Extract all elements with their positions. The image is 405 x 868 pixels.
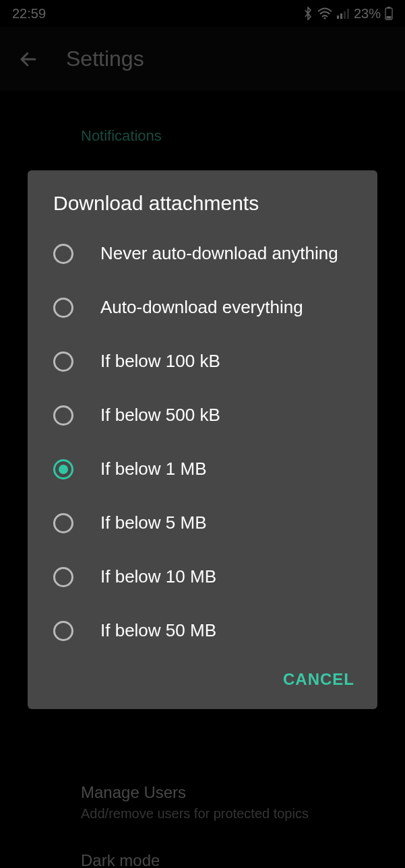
option-label: If below 500 kB bbox=[100, 404, 352, 427]
dialog-option[interactable]: If below 100 kB bbox=[30, 335, 375, 389]
dialog-option[interactable]: If below 5 MB bbox=[30, 496, 375, 550]
cancel-button[interactable]: CANCEL bbox=[283, 670, 354, 689]
option-label: If below 5 MB bbox=[100, 512, 352, 535]
dialog-actions: CANCEL bbox=[28, 658, 377, 709]
option-label: Never auto-download anything bbox=[100, 242, 352, 265]
radio-icon[interactable] bbox=[53, 459, 73, 479]
option-label: If below 50 MB bbox=[100, 620, 352, 642]
option-label: If below 100 kB bbox=[100, 350, 352, 373]
radio-icon[interactable] bbox=[53, 567, 73, 587]
radio-icon[interactable] bbox=[53, 244, 73, 264]
dialog-option[interactable]: Auto-download everything bbox=[30, 281, 375, 335]
dialog-title: Download attachments bbox=[28, 192, 377, 227]
radio-icon[interactable] bbox=[53, 352, 73, 372]
radio-icon[interactable] bbox=[53, 621, 73, 641]
dialog-option[interactable]: If below 10 MB bbox=[30, 550, 375, 604]
dialog-option[interactable]: Never auto-download anything bbox=[30, 227, 375, 281]
option-label: If below 10 MB bbox=[100, 566, 352, 589]
radio-icon[interactable] bbox=[53, 513, 73, 533]
radio-icon[interactable] bbox=[53, 405, 73, 426]
dialog-option[interactable]: If below 500 kB bbox=[30, 389, 375, 442]
dialog-options: Never auto-download anythingAuto-downloa… bbox=[28, 227, 377, 658]
dialog-option[interactable]: If below 50 MB bbox=[30, 604, 375, 658]
download-attachments-dialog: Download attachments Never auto-download… bbox=[28, 170, 377, 709]
option-label: If below 1 MB bbox=[100, 458, 352, 481]
radio-icon[interactable] bbox=[53, 298, 73, 318]
option-label: Auto-download everything bbox=[100, 296, 352, 319]
dialog-option[interactable]: If below 1 MB bbox=[30, 442, 375, 496]
modal-scrim[interactable]: Download attachments Never auto-download… bbox=[0, 0, 405, 868]
